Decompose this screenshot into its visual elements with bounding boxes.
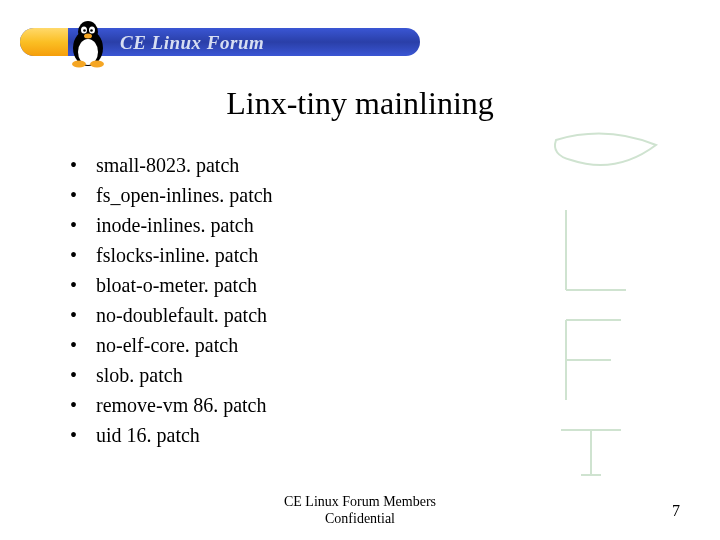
list-item: inode-inlines. patch — [70, 210, 273, 240]
footer-line2: Confidential — [0, 511, 720, 528]
svg-point-8 — [72, 61, 86, 68]
svg-point-7 — [84, 34, 92, 39]
bullet-list: small-8023. patch fs_open-inlines. patch… — [70, 150, 273, 450]
list-item: fs_open-inlines. patch — [70, 180, 273, 210]
list-item: remove-vm 86. patch — [70, 390, 273, 420]
watermark-letters — [546, 120, 716, 480]
slide-title: Linx-tiny mainlining — [0, 85, 720, 122]
list-item: slob. patch — [70, 360, 273, 390]
forum-title: CE Linux Forum — [120, 32, 264, 54]
list-item: small-8023. patch — [70, 150, 273, 180]
list-item: fslocks-inline. patch — [70, 240, 273, 270]
svg-point-6 — [90, 29, 93, 32]
list-item: no-elf-core. patch — [70, 330, 273, 360]
footer-line1: CE Linux Forum Members — [0, 494, 720, 511]
list-item: bloat-o-meter. patch — [70, 270, 273, 300]
page-number: 7 — [672, 502, 680, 520]
header-bar: CE Linux Forum — [20, 20, 420, 64]
list-item: uid 16. patch — [70, 420, 273, 450]
footer: CE Linux Forum Members Confidential — [0, 494, 720, 528]
header-bar-accent — [20, 28, 68, 56]
tux-penguin-icon — [66, 18, 110, 68]
list-item: no-doublefault. patch — [70, 300, 273, 330]
svg-point-5 — [83, 29, 86, 32]
svg-point-9 — [90, 61, 104, 68]
